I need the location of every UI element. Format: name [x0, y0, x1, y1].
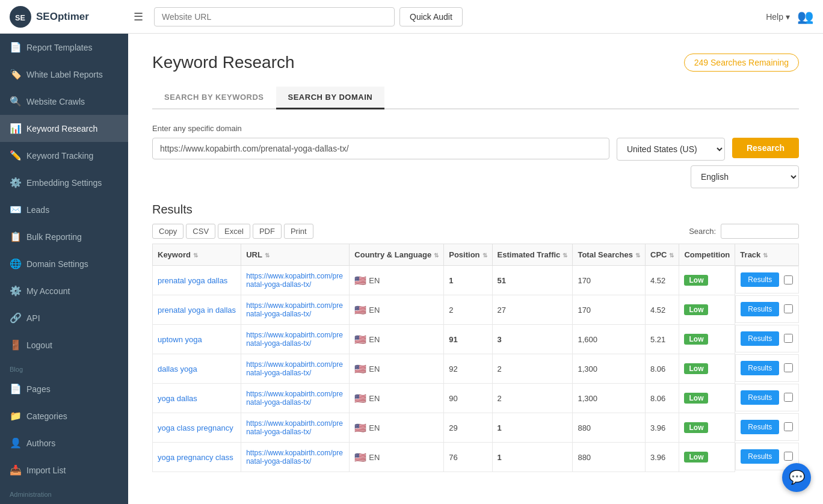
sidebar-item-report-templates[interactable]: 📄 Report Templates: [0, 34, 128, 61]
cell-total-searches: 1,300: [573, 354, 646, 384]
keyword-link[interactable]: yoga pregnancy class: [158, 453, 233, 462]
col-cpc: CPC⇅: [646, 244, 679, 266]
excel-button[interactable]: Excel: [218, 224, 250, 239]
cell-country-language: 🇺🇸 EN: [350, 295, 444, 325]
table-row: uptown yoga https://www.kopabirth.com/pr…: [153, 325, 799, 354]
sidebar-item-keyword-tracking[interactable]: ✏️ Keyword Tracking: [0, 142, 128, 169]
results-button[interactable]: Results: [741, 449, 779, 464]
sidebar-item-embedding-settings[interactable]: ⚙️ Embedding Settings: [0, 169, 128, 196]
table-header: Keyword⇅ URL⇅ Country & Language⇅ Positi…: [153, 244, 799, 266]
pages-icon: 📄: [10, 383, 20, 395]
keyword-link[interactable]: prenatal yoga dallas: [158, 276, 227, 285]
lang-code: EN: [369, 306, 380, 315]
print-button[interactable]: Print: [284, 224, 313, 239]
sidebar-item-keyword-research[interactable]: 📊 Keyword Research: [0, 115, 128, 142]
sidebar-item-my-account[interactable]: ⚙️ My Account: [0, 277, 128, 304]
help-button[interactable]: Help ▾: [766, 12, 790, 22]
sidebar-label-leads: Leads: [26, 205, 49, 215]
cell-track: Results: [735, 384, 798, 411]
track-checkbox[interactable]: [784, 304, 793, 313]
competition-badge: Low: [684, 422, 708, 433]
chat-bubble[interactable]: 💬: [782, 463, 811, 492]
country-select[interactable]: United States (US) United Kingdom (UK) C…: [617, 138, 725, 161]
sidebar-item-white-label-reports[interactable]: 🏷️ White Label Reports: [0, 61, 128, 88]
track-checkbox[interactable]: [784, 393, 793, 402]
csv-button[interactable]: CSV: [186, 224, 215, 239]
sidebar-label-embedding-settings: Embedding Settings: [26, 178, 102, 188]
cell-position: 2: [444, 295, 492, 325]
copy-button[interactable]: Copy: [152, 224, 183, 239]
tab-search-by-keywords[interactable]: SEARCH BY KEYWORDS: [152, 87, 276, 109]
url-link[interactable]: https://www.kopabirth.com/pre natal-yoga…: [246, 360, 343, 377]
url-link[interactable]: https://www.kopabirth.com/pre natal-yoga…: [246, 390, 343, 407]
sidebar-item-authors[interactable]: 👤 Authors: [0, 429, 128, 456]
col-url: URL⇅: [241, 244, 350, 266]
keyword-link[interactable]: yoga dallas: [158, 394, 197, 403]
url-link[interactable]: https://www.kopabirth.com/pre natal-yoga…: [246, 419, 343, 436]
cell-track: Results: [735, 266, 798, 293]
lang-code: EN: [369, 335, 380, 344]
keyword-link[interactable]: yoga class pregnancy: [158, 423, 233, 432]
sidebar-label-keyword-research: Keyword Research: [26, 124, 97, 134]
website-url-input[interactable]: [154, 7, 395, 26]
flag-icon: 🇺🇸: [354, 304, 366, 316]
track-checkbox[interactable]: [784, 275, 793, 284]
results-button[interactable]: Results: [741, 302, 779, 316]
sidebar-item-api[interactable]: 🔗 API: [0, 304, 128, 331]
keyword-link[interactable]: uptown yoga: [158, 335, 202, 344]
help-chevron-icon: ▾: [786, 12, 790, 22]
sidebar-item-import-list[interactable]: 📥 Import List: [0, 456, 128, 484]
sidebar: 📄 Report Templates 🏷️ White Label Report…: [0, 34, 128, 504]
cell-position: 1: [444, 266, 492, 295]
col-total-searches: Total Searches⇅: [573, 244, 646, 266]
quick-audit-button[interactable]: Quick Audit: [399, 7, 463, 26]
table-search-input[interactable]: [721, 224, 799, 239]
sidebar-item-leads[interactable]: ✉️ Leads: [0, 196, 128, 223]
keyword-link[interactable]: dallas yoga: [158, 364, 197, 373]
url-link[interactable]: https://www.kopabirth.com/pre natal-yoga…: [246, 301, 343, 318]
sidebar-item-logout[interactable]: 🚪 Logout: [0, 331, 128, 358]
sidebar-item-website-crawls[interactable]: 🔍 Website Crawls: [0, 88, 128, 115]
research-button[interactable]: Research: [732, 138, 799, 158]
url-link[interactable]: https://www.kopabirth.com/pre natal-yoga…: [246, 272, 343, 289]
keyword-tracking-icon: ✏️: [10, 150, 20, 161]
results-button[interactable]: Results: [741, 331, 779, 346]
track-checkbox[interactable]: [784, 334, 793, 343]
col-estimated-traffic: Estimated Traffic⇅: [492, 244, 573, 266]
sidebar-item-pages[interactable]: 📄 Pages: [0, 375, 128, 402]
results-button[interactable]: Results: [741, 420, 779, 434]
url-link[interactable]: https://www.kopabirth.com/pre natal-yoga…: [246, 331, 343, 348]
sidebar-item-categories[interactable]: 📁 Categories: [0, 402, 128, 429]
url-link[interactable]: https://www.kopabirth.com/pre natal-yoga…: [246, 449, 343, 466]
hamburger-button[interactable]: ☰: [130, 7, 147, 27]
users-icon[interactable]: 👥: [797, 9, 813, 25]
cell-url: https://www.kopabirth.com/pre natal-yoga…: [241, 413, 350, 443]
language-select[interactable]: English Spanish French German Portuguese: [691, 165, 799, 188]
track-checkbox[interactable]: [784, 452, 793, 461]
cell-total-searches: 880: [573, 413, 646, 443]
results-button[interactable]: Results: [741, 390, 779, 405]
sidebar-label-import-list: Import List: [26, 466, 66, 475]
tab-search-by-domain[interactable]: SEARCH BY DOMAIN: [276, 87, 385, 109]
competition-badge: Low: [684, 334, 708, 345]
domain-input[interactable]: [152, 138, 609, 159]
cell-country-language: 🇺🇸 EN: [350, 354, 444, 384]
sidebar-label-report-templates: Report Templates: [26, 43, 92, 52]
results-button[interactable]: Results: [741, 272, 779, 287]
cell-cpc: 3.96: [646, 443, 679, 472]
cell-position: 29: [444, 413, 492, 443]
results-button[interactable]: Results: [741, 361, 779, 375]
page-header: Keyword Research 249 Searches Remaining: [152, 53, 799, 72]
track-checkbox[interactable]: [784, 422, 793, 431]
sidebar-item-bulk-reporting[interactable]: 📋 Bulk Reporting: [0, 223, 128, 250]
sidebar-label-categories: Categories: [26, 411, 67, 421]
sidebar-item-domain-settings[interactable]: 🌐 Domain Settings: [0, 250, 128, 277]
cell-url: https://www.kopabirth.com/pre natal-yoga…: [241, 295, 350, 325]
track-checkbox[interactable]: [784, 363, 793, 372]
keyword-link[interactable]: prenatal yoga in dallas: [158, 306, 236, 315]
cell-cpc: 4.52: [646, 266, 679, 295]
flag-icon: 🇺🇸: [354, 275, 366, 286]
table-search-area: Search:: [689, 224, 799, 239]
pdf-button[interactable]: PDF: [253, 224, 282, 239]
cell-estimated-traffic: 2: [492, 384, 573, 413]
